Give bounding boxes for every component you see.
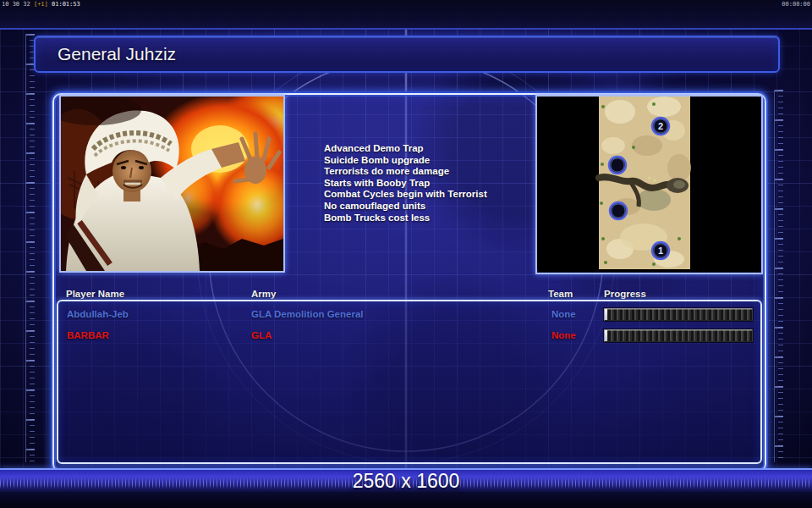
player-team: None [551,330,576,340]
title-bar: General Juhziz [34,36,780,73]
bottom-edge [0,492,812,508]
start-position-marker-1: 1 [652,242,669,259]
timer-delta: [+1] [34,1,48,8]
ability-item: No camouflaged units [324,201,487,213]
column-header-progress: Progress [604,289,646,299]
start-position-marker-empty [609,157,626,174]
players-table: Abdullah-Jeb GLA Demolition General None… [57,300,762,464]
column-header-team: Team [548,289,573,299]
ruler-right [774,90,783,462]
timer-prefix: 10 30 32 [2,1,30,8]
general-portrait [59,95,285,273]
debug-timer-left: 10 30 32 [+1] 01:01:53 [2,1,80,8]
page-title: General Juhziz [58,37,176,71]
ability-item: Terrorists do more damage [324,166,487,178]
general-abilities-list: Advanced Demo Trap Suicide Bomb upgrade … [324,143,487,224]
player-team: None [551,309,576,319]
player-progress-bar [604,308,753,321]
ability-item: Bomb Trucks cost less [324,213,487,224]
player-progress-bar [604,329,753,342]
ruler-left [25,34,35,462]
start-position-marker-2: 2 [652,118,669,135]
svg-text:1: 1 [658,246,663,256]
map-preview: 2 1 [535,95,763,274]
debug-timer-right: 00:00:00 [782,1,810,8]
ability-item: Advanced Demo Trap [324,143,487,155]
progress-fill [605,309,607,320]
player-army: GLA [251,330,272,340]
column-header-army: Army [251,289,276,299]
bottom-band: 2560 x 1600 [0,468,812,494]
ability-item: Starts with Booby Trap [324,178,487,190]
player-name: Abdullah-Jeb [67,309,129,319]
resolution-label: 2560 x 1600 [0,470,812,493]
player-name: BARBAR [67,330,109,340]
player-army: GLA Demolition General [251,309,363,319]
ability-item: Suicide Bomb upgrade [324,155,487,167]
loading-screen: 10 30 32 [+1] 01:01:53 00:00:00 General … [0,0,812,508]
progress-fill [605,330,607,341]
map-terrain [599,97,691,269]
ability-item: Combat Cycles begin with Terrorist [324,189,487,201]
column-header-player-name: Player Name [66,289,124,299]
timer-clock: 01:01:53 [52,1,80,8]
start-position-marker-empty [610,202,627,219]
svg-text:2: 2 [658,121,663,131]
top-status-strip: 10 30 32 [+1] 01:01:53 00:00:00 [0,0,812,30]
